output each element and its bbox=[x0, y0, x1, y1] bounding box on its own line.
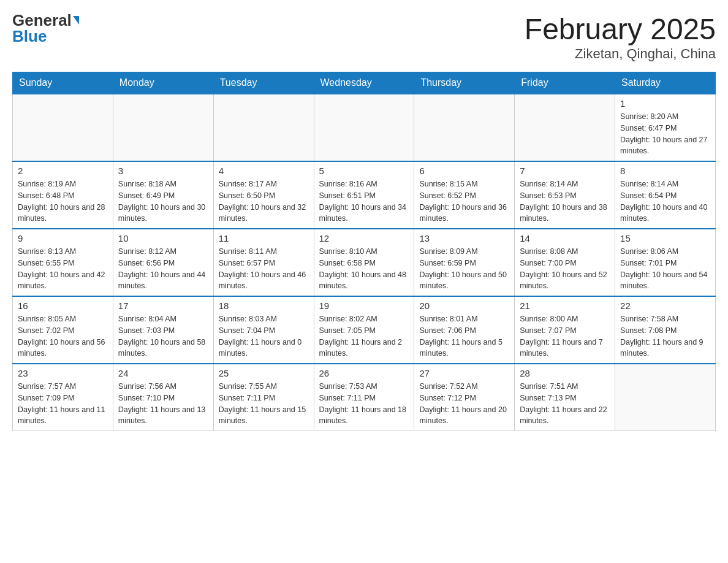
day-number: 15 bbox=[620, 233, 710, 243]
day-number: 21 bbox=[520, 301, 610, 311]
calendar-day-header: Thursday bbox=[414, 72, 515, 94]
calendar-cell: 15Sunrise: 8:06 AM Sunset: 7:01 PM Dayli… bbox=[615, 229, 716, 296]
calendar-cell: 27Sunrise: 7:52 AM Sunset: 7:12 PM Dayli… bbox=[414, 364, 515, 431]
day-number: 17 bbox=[118, 301, 208, 311]
day-number: 25 bbox=[219, 368, 309, 378]
day-info: Sunrise: 8:06 AM Sunset: 7:01 PM Dayligh… bbox=[620, 246, 710, 292]
day-number: 1 bbox=[620, 98, 710, 109]
day-info: Sunrise: 7:58 AM Sunset: 7:08 PM Dayligh… bbox=[620, 313, 710, 359]
day-info: Sunrise: 7:56 AM Sunset: 7:10 PM Dayligh… bbox=[118, 381, 208, 427]
logo: General Blue bbox=[12, 12, 79, 44]
day-number: 3 bbox=[118, 166, 208, 176]
calendar-week-row: 1Sunrise: 8:20 AM Sunset: 6:47 PM Daylig… bbox=[13, 94, 716, 161]
day-number: 19 bbox=[319, 301, 409, 311]
day-info: Sunrise: 8:08 AM Sunset: 7:00 PM Dayligh… bbox=[520, 246, 610, 292]
calendar-table: SundayMondayTuesdayWednesdayThursdayFrid… bbox=[12, 72, 716, 431]
logo-blue-text: Blue bbox=[12, 28, 47, 44]
calendar-cell: 25Sunrise: 7:55 AM Sunset: 7:11 PM Dayli… bbox=[213, 364, 314, 431]
day-number: 26 bbox=[319, 368, 409, 378]
day-info: Sunrise: 8:12 AM Sunset: 6:56 PM Dayligh… bbox=[118, 246, 208, 292]
calendar-week-row: 2Sunrise: 8:19 AM Sunset: 6:48 PM Daylig… bbox=[13, 161, 716, 229]
calendar-cell: 21Sunrise: 8:00 AM Sunset: 7:07 PM Dayli… bbox=[515, 296, 615, 364]
calendar-cell: 18Sunrise: 8:03 AM Sunset: 7:04 PM Dayli… bbox=[213, 296, 314, 364]
day-number: 18 bbox=[219, 301, 309, 311]
day-info: Sunrise: 8:04 AM Sunset: 7:03 PM Dayligh… bbox=[118, 313, 208, 359]
calendar-day-header: Saturday bbox=[615, 72, 716, 94]
calendar-cell: 5Sunrise: 8:16 AM Sunset: 6:51 PM Daylig… bbox=[314, 161, 414, 229]
day-number: 28 bbox=[520, 368, 610, 378]
day-number: 20 bbox=[419, 301, 509, 311]
day-info: Sunrise: 7:57 AM Sunset: 7:09 PM Dayligh… bbox=[18, 381, 108, 427]
calendar-cell: 4Sunrise: 8:17 AM Sunset: 6:50 PM Daylig… bbox=[213, 161, 314, 229]
calendar-cell: 26Sunrise: 7:53 AM Sunset: 7:11 PM Dayli… bbox=[314, 364, 414, 431]
day-info: Sunrise: 8:18 AM Sunset: 6:49 PM Dayligh… bbox=[118, 178, 208, 224]
calendar-week-row: 9Sunrise: 8:13 AM Sunset: 6:55 PM Daylig… bbox=[13, 229, 716, 296]
day-info: Sunrise: 8:14 AM Sunset: 6:53 PM Dayligh… bbox=[520, 178, 610, 224]
calendar-cell: 8Sunrise: 8:14 AM Sunset: 6:54 PM Daylig… bbox=[615, 161, 716, 229]
calendar-cell: 28Sunrise: 7:51 AM Sunset: 7:13 PM Dayli… bbox=[515, 364, 615, 431]
day-number: 8 bbox=[620, 166, 710, 176]
page-header: General Blue February 2025 Ziketan, Qing… bbox=[12, 12, 716, 62]
calendar-cell: 13Sunrise: 8:09 AM Sunset: 6:59 PM Dayli… bbox=[414, 229, 515, 296]
calendar-cell: 10Sunrise: 8:12 AM Sunset: 6:56 PM Dayli… bbox=[113, 229, 213, 296]
day-number: 16 bbox=[18, 301, 108, 311]
calendar-cell: 11Sunrise: 8:11 AM Sunset: 6:57 PM Dayli… bbox=[213, 229, 314, 296]
day-info: Sunrise: 8:14 AM Sunset: 6:54 PM Dayligh… bbox=[620, 178, 710, 224]
day-number: 2 bbox=[18, 166, 108, 176]
calendar-cell: 14Sunrise: 8:08 AM Sunset: 7:00 PM Dayli… bbox=[515, 229, 615, 296]
calendar-day-header: Tuesday bbox=[213, 72, 314, 94]
day-info: Sunrise: 8:15 AM Sunset: 6:52 PM Dayligh… bbox=[419, 178, 509, 224]
day-info: Sunrise: 7:51 AM Sunset: 7:13 PM Dayligh… bbox=[520, 381, 610, 427]
calendar-cell bbox=[213, 94, 314, 161]
logo-triangle-icon bbox=[73, 16, 79, 25]
calendar-title: February 2025 bbox=[525, 12, 716, 46]
day-number: 10 bbox=[118, 233, 208, 243]
day-info: Sunrise: 8:20 AM Sunset: 6:47 PM Dayligh… bbox=[620, 111, 710, 157]
calendar-cell: 16Sunrise: 8:05 AM Sunset: 7:02 PM Dayli… bbox=[13, 296, 113, 364]
day-info: Sunrise: 8:10 AM Sunset: 6:58 PM Dayligh… bbox=[319, 246, 409, 292]
day-number: 9 bbox=[18, 233, 108, 243]
day-number: 13 bbox=[419, 233, 509, 243]
day-info: Sunrise: 7:55 AM Sunset: 7:11 PM Dayligh… bbox=[219, 381, 309, 427]
calendar-cell bbox=[13, 94, 113, 161]
calendar-cell: 20Sunrise: 8:01 AM Sunset: 7:06 PM Dayli… bbox=[414, 296, 515, 364]
calendar-cell: 1Sunrise: 8:20 AM Sunset: 6:47 PM Daylig… bbox=[615, 94, 716, 161]
calendar-cell bbox=[615, 364, 716, 431]
calendar-cell: 19Sunrise: 8:02 AM Sunset: 7:05 PM Dayli… bbox=[314, 296, 414, 364]
calendar-header-row: SundayMondayTuesdayWednesdayThursdayFrid… bbox=[13, 72, 716, 94]
day-number: 5 bbox=[319, 166, 409, 176]
calendar-week-row: 23Sunrise: 7:57 AM Sunset: 7:09 PM Dayli… bbox=[13, 364, 716, 431]
calendar-week-row: 16Sunrise: 8:05 AM Sunset: 7:02 PM Dayli… bbox=[13, 296, 716, 364]
calendar-cell: 12Sunrise: 8:10 AM Sunset: 6:58 PM Dayli… bbox=[314, 229, 414, 296]
day-number: 11 bbox=[219, 233, 309, 243]
day-info: Sunrise: 8:19 AM Sunset: 6:48 PM Dayligh… bbox=[18, 178, 108, 224]
calendar-day-header: Monday bbox=[113, 72, 213, 94]
calendar-cell: 7Sunrise: 8:14 AM Sunset: 6:53 PM Daylig… bbox=[515, 161, 615, 229]
day-number: 6 bbox=[419, 166, 509, 176]
day-info: Sunrise: 8:05 AM Sunset: 7:02 PM Dayligh… bbox=[18, 313, 108, 359]
calendar-cell: 6Sunrise: 8:15 AM Sunset: 6:52 PM Daylig… bbox=[414, 161, 515, 229]
calendar-cell: 17Sunrise: 8:04 AM Sunset: 7:03 PM Dayli… bbox=[113, 296, 213, 364]
day-info: Sunrise: 8:17 AM Sunset: 6:50 PM Dayligh… bbox=[219, 178, 309, 224]
calendar-cell bbox=[113, 94, 213, 161]
calendar-cell: 24Sunrise: 7:56 AM Sunset: 7:10 PM Dayli… bbox=[113, 364, 213, 431]
day-info: Sunrise: 8:01 AM Sunset: 7:06 PM Dayligh… bbox=[419, 313, 509, 359]
day-number: 14 bbox=[520, 233, 610, 243]
calendar-cell: 9Sunrise: 8:13 AM Sunset: 6:55 PM Daylig… bbox=[13, 229, 113, 296]
day-number: 27 bbox=[419, 368, 509, 378]
calendar-cell: 23Sunrise: 7:57 AM Sunset: 7:09 PM Dayli… bbox=[13, 364, 113, 431]
day-number: 12 bbox=[319, 233, 409, 243]
logo-general-text: General bbox=[12, 12, 72, 28]
calendar-day-header: Wednesday bbox=[314, 72, 414, 94]
calendar-cell bbox=[414, 94, 515, 161]
calendar-subtitle: Ziketan, Qinghai, China bbox=[525, 46, 716, 62]
day-info: Sunrise: 7:52 AM Sunset: 7:12 PM Dayligh… bbox=[419, 381, 509, 427]
calendar-cell: 22Sunrise: 7:58 AM Sunset: 7:08 PM Dayli… bbox=[615, 296, 716, 364]
day-number: 4 bbox=[219, 166, 309, 176]
day-info: Sunrise: 8:09 AM Sunset: 6:59 PM Dayligh… bbox=[419, 246, 509, 292]
day-info: Sunrise: 8:13 AM Sunset: 6:55 PM Dayligh… bbox=[18, 246, 108, 292]
calendar-day-header: Friday bbox=[515, 72, 615, 94]
day-info: Sunrise: 8:00 AM Sunset: 7:07 PM Dayligh… bbox=[520, 313, 610, 359]
calendar-day-header: Sunday bbox=[13, 72, 113, 94]
day-info: Sunrise: 8:02 AM Sunset: 7:05 PM Dayligh… bbox=[319, 313, 409, 359]
